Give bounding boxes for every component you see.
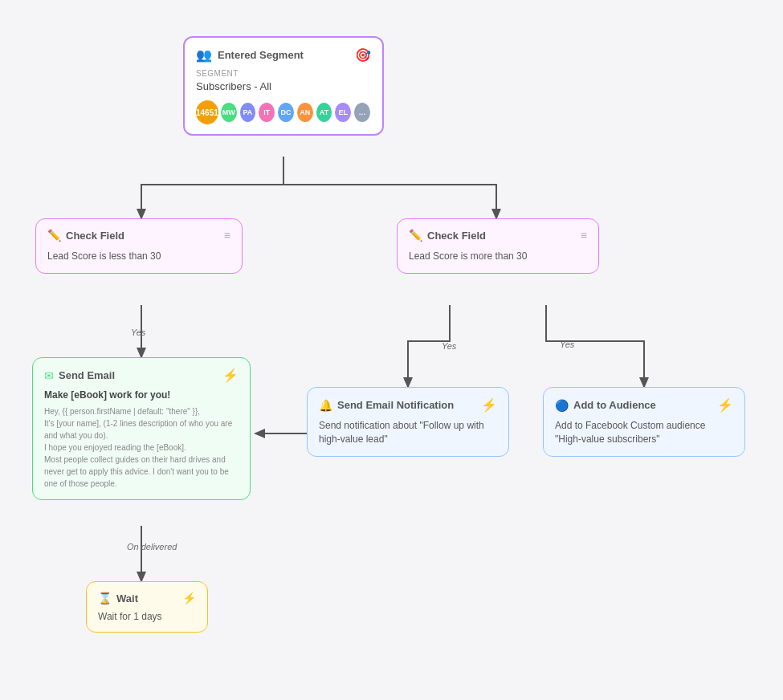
preview-line-3: I hope you enjoyed reading the [eBook]. bbox=[44, 442, 239, 454]
preview-line-1: Hey, {{ person.firstName | default: "the… bbox=[44, 405, 239, 417]
email-header: ✉ Send Email ⚡ bbox=[44, 368, 239, 383]
email-title: Send Email bbox=[59, 369, 115, 381]
send-email-node[interactable]: ✉ Send Email ⚡ Make [eBook] work for you… bbox=[32, 357, 251, 500]
yes-label-right: Yes bbox=[560, 340, 574, 349]
audience-header: 🔵 Add to Audience ⚡ bbox=[555, 397, 733, 413]
add-audience-node[interactable]: 🔵 Add to Audience ⚡ Add to Facebook Cust… bbox=[543, 387, 745, 457]
segment-title-wrap: 👥 Entered Segment bbox=[196, 47, 304, 63]
preview-line-4: Most people collect guides on their hard… bbox=[44, 454, 239, 490]
wait-title: Wait bbox=[116, 592, 138, 604]
bolt-icon-audience: ⚡ bbox=[717, 397, 733, 413]
email-preview: Hey, {{ person.firstName | default: "the… bbox=[44, 405, 239, 490]
check-left-condition: Lead Score is less than 30 bbox=[47, 250, 230, 263]
check-field-right-node[interactable]: ✏️ Check Field ≡ Lead Score is more than… bbox=[397, 218, 599, 274]
preview-line-2: It's [your name], (1-2 lines description… bbox=[44, 417, 239, 442]
pencil-icon-left: ✏️ bbox=[47, 229, 61, 242]
check-right-title-wrap: ✏️ Check Field bbox=[409, 229, 486, 242]
pencil-icon-right: ✏️ bbox=[409, 229, 422, 242]
bolt-icon-wait: ⚡ bbox=[182, 592, 196, 604]
check-right-header: ✏️ Check Field ≡ bbox=[409, 229, 587, 242]
wait-title-wrap: ⌛ Wait bbox=[98, 592, 138, 604]
avatar-it: IT bbox=[258, 102, 275, 123]
audience-title-wrap: 🔵 Add to Audience bbox=[555, 399, 656, 412]
check-left-title: Check Field bbox=[66, 230, 124, 242]
yes-label-left: Yes bbox=[131, 328, 145, 337]
notif-text: Send notification about "Follow up with … bbox=[319, 419, 497, 446]
workflow-canvas: 👥 Entered Segment 🎯 SEGMENT Subscribers … bbox=[0, 0, 783, 700]
segment-node[interactable]: 👥 Entered Segment 🎯 SEGMENT Subscribers … bbox=[183, 36, 384, 136]
notif-title: Send Email Notification bbox=[337, 399, 454, 411]
avatar-el: EL bbox=[334, 102, 352, 123]
facebook-icon: 🔵 bbox=[555, 399, 569, 412]
avatar-at: AT bbox=[316, 102, 333, 123]
hourglass-icon: ⌛ bbox=[98, 592, 112, 604]
target-icon: 🎯 bbox=[355, 47, 371, 63]
audience-text: Add to Facebook Custom audience "High-va… bbox=[555, 419, 733, 446]
email-subject: Make [eBook] work for you! bbox=[44, 389, 239, 401]
segment-node-header: 👥 Entered Segment 🎯 bbox=[196, 47, 371, 63]
filter-icon-right: ≡ bbox=[581, 229, 587, 242]
avatar-an: AN bbox=[296, 102, 314, 123]
people-icon: 👥 bbox=[196, 47, 212, 63]
check-left-header: ✏️ Check Field ≡ bbox=[47, 229, 230, 242]
bolt-icon-notif: ⚡ bbox=[481, 397, 497, 413]
avatar-mw: MW bbox=[220, 102, 238, 123]
audience-title: Add to Audience bbox=[573, 399, 656, 411]
yes-label-mid: Yes bbox=[442, 341, 456, 351]
notif-title-wrap: 🔔 Send Email Notification bbox=[319, 399, 454, 412]
bolt-icon-email: ⚡ bbox=[222, 368, 239, 383]
filter-icon-left: ≡ bbox=[224, 229, 230, 242]
check-field-left-node[interactable]: ✏️ Check Field ≡ Lead Score is less than… bbox=[35, 218, 243, 274]
avatar-pa: PA bbox=[239, 102, 257, 123]
bell-icon: 🔔 bbox=[319, 399, 332, 412]
send-notification-node[interactable]: 🔔 Send Email Notification ⚡ Send notific… bbox=[307, 387, 509, 457]
avatars-row: 14651 MW PA IT DC AN AT EL … bbox=[196, 100, 371, 124]
check-left-title-wrap: ✏️ Check Field bbox=[47, 229, 124, 242]
check-right-title: Check Field bbox=[427, 230, 486, 242]
envelope-icon: ✉ bbox=[44, 369, 54, 382]
segment-title: Entered Segment bbox=[218, 49, 304, 61]
segment-label: SEGMENT bbox=[196, 69, 371, 78]
on-delivered-label: On delivered bbox=[127, 542, 177, 551]
avatar-dc: DC bbox=[277, 102, 295, 123]
avatar-count: 14651 bbox=[196, 100, 218, 124]
wait-node[interactable]: ⌛ Wait ⚡ Wait for 1 days bbox=[86, 581, 208, 633]
wait-text: Wait for 1 days bbox=[98, 611, 196, 622]
wait-header: ⌛ Wait ⚡ bbox=[98, 592, 196, 604]
avatar-more: … bbox=[353, 102, 371, 123]
notif-header: 🔔 Send Email Notification ⚡ bbox=[319, 397, 497, 413]
email-title-wrap: ✉ Send Email bbox=[44, 369, 115, 382]
check-right-condition: Lead Score is more than 30 bbox=[409, 250, 587, 263]
segment-name: Subscribers - All bbox=[196, 80, 371, 92]
